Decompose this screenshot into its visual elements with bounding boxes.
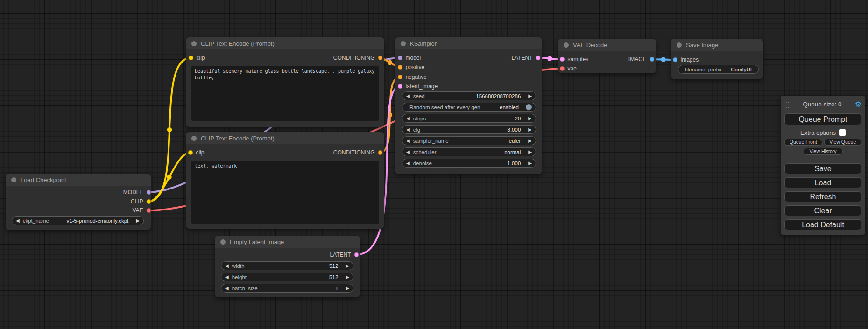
node-load-checkpoint[interactable]: Load CheckpointMODELCLIPVAE◀ckpt_namev1-… [6, 174, 151, 230]
output-port-latent[interactable] [354, 252, 359, 257]
node-title: KSampler [410, 40, 437, 47]
input-port-model[interactable] [398, 56, 402, 60]
widget-label: batch_size [232, 286, 258, 291]
refresh-button[interactable]: Refresh [784, 191, 861, 202]
widget-label: height [232, 274, 247, 280]
collapse-dot[interactable] [401, 41, 406, 46]
widget-scheduler[interactable]: ◀schedulernormal▶ [402, 147, 536, 156]
increment-arrow-icon[interactable]: ▶ [346, 286, 349, 291]
increment-arrow-icon[interactable]: ▶ [528, 150, 532, 154]
decrement-arrow-icon[interactable]: ◀ [406, 94, 410, 98]
input-port-samples[interactable] [560, 57, 565, 62]
node-clip-text-encode-positive[interactable]: CLIP Text Encode (Prompt)clipCONDITIONIN… [186, 37, 384, 127]
widget-value: 512 [329, 274, 338, 280]
decrement-arrow-icon[interactable]: ◀ [406, 150, 410, 154]
node-vae-decode[interactable]: VAE DecodesamplesvaeIMAGE [558, 39, 656, 73]
link-dot-image [661, 57, 665, 62]
collapse-dot[interactable] [220, 239, 226, 245]
slot-label: LATENT [330, 252, 351, 258]
drag-handle-icon[interactable] [784, 101, 790, 108]
widget-seed[interactable]: ◀seed156680208700286▶ [402, 91, 536, 100]
extra-options-checkbox[interactable] [839, 129, 846, 136]
view-queue-button[interactable]: View Queue [824, 139, 862, 146]
output-port-conditioning[interactable] [378, 56, 383, 60]
increment-arrow-icon[interactable]: ▶ [346, 275, 349, 280]
collapse-dot[interactable] [677, 42, 682, 48]
load-default-button[interactable]: Load Default [784, 219, 861, 230]
prompt-textarea[interactable]: beautiful scenery nature glass bottle la… [191, 66, 379, 121]
link-dot-clip-negative [167, 175, 171, 179]
widget-cfg[interactable]: ◀cfg8.000▶ [402, 125, 536, 134]
input-port-vae[interactable] [560, 66, 565, 71]
output-port-clip[interactable] [147, 199, 151, 204]
slot-label: positive [406, 64, 425, 70]
decrement-arrow-icon[interactable]: ◀ [16, 218, 20, 223]
menu-header: Queue size: 0 ⚙ [784, 99, 861, 109]
node-clip-text-encode-negative[interactable]: CLIP Text Encode (Prompt)clipCONDITIONIN… [186, 132, 384, 229]
input-port-clip[interactable] [188, 150, 193, 155]
decrement-arrow-icon[interactable]: ◀ [225, 275, 229, 280]
queue-prompt-button[interactable]: Queue Prompt [784, 113, 861, 125]
decrement-arrow-icon[interactable]: ◀ [406, 139, 410, 143]
slot-label: CONDITIONING [333, 55, 375, 61]
node-title: Save Image [686, 42, 718, 49]
increment-arrow-icon[interactable]: ▶ [528, 116, 532, 121]
output-port-conditioning[interactable] [378, 150, 383, 155]
widget-ckpt_name[interactable]: ◀ckpt_namev1-5-pruned-emaonly.ckpt▶ [12, 216, 144, 225]
widget-width[interactable]: ◀width512▶ [221, 261, 353, 270]
slot-label: LATENT [511, 55, 532, 61]
widget-label: denoise [413, 161, 432, 166]
widget-label: seed [413, 93, 425, 99]
input-port-positive[interactable] [398, 65, 402, 70]
output-port-latent[interactable] [536, 56, 541, 60]
widget-sampler_name[interactable]: ◀sampler_nameeuler▶ [402, 136, 536, 145]
toggle-knob[interactable] [526, 104, 532, 110]
widget-height[interactable]: ◀height512▶ [221, 273, 353, 281]
collapse-dot[interactable] [564, 42, 569, 48]
collapse-dot[interactable] [191, 41, 197, 46]
gear-icon[interactable]: ⚙ [855, 101, 861, 108]
slot-label: IMAGE [628, 56, 647, 63]
widget-random seed after every gen[interactable]: Random seed after every genenabled [402, 103, 536, 112]
increment-arrow-icon[interactable]: ▶ [528, 127, 532, 132]
input-port-negative[interactable] [398, 75, 402, 79]
decrement-arrow-icon[interactable]: ◀ [406, 161, 410, 166]
node-ksampler[interactable]: KSamplermodelpositivenegativelatent_imag… [395, 37, 542, 174]
node-title: CLIP Text Encode (Prompt) [201, 135, 275, 142]
clear-button[interactable]: Clear [784, 205, 861, 216]
decrement-arrow-icon[interactable]: ◀ [225, 264, 229, 268]
queue-front-button[interactable]: Queue Front [784, 139, 822, 146]
input-port-clip[interactable] [189, 56, 193, 60]
widget-value: 8.000 [508, 127, 521, 133]
increment-arrow-icon[interactable]: ▶ [528, 94, 532, 98]
input-port-latent_image[interactable] [398, 84, 402, 89]
prompt-textarea[interactable]: text, watermark [191, 161, 379, 224]
slot-label: MODEL [123, 189, 143, 196]
decrement-arrow-icon[interactable]: ◀ [225, 286, 229, 291]
collapse-dot[interactable] [191, 136, 197, 141]
increment-arrow-icon[interactable]: ▶ [346, 264, 349, 268]
load-button[interactable]: Load [784, 177, 861, 188]
widget-value: 20 [515, 116, 521, 121]
node-empty-latent-image[interactable]: Empty Latent ImageLATENT◀width512▶◀heigh… [215, 236, 360, 297]
widget-steps[interactable]: ◀steps20▶ [402, 114, 536, 123]
input-port-images[interactable] [673, 57, 677, 62]
collapse-dot[interactable] [11, 177, 16, 182]
widget-denoise[interactable]: ◀denoise1.000▶ [402, 159, 536, 168]
widget-filename_prefix[interactable]: filename_prefixComfyUI [678, 65, 759, 74]
increment-arrow-icon[interactable]: ▶ [528, 161, 532, 166]
widget-label: Random seed after every gen [406, 105, 480, 110]
increment-arrow-icon[interactable]: ▶ [528, 139, 532, 143]
output-port-vae[interactable] [147, 208, 151, 213]
increment-arrow-icon[interactable]: ▶ [136, 218, 140, 223]
slot-label: clip [196, 149, 205, 156]
widget-batch_size[interactable]: ◀batch_size1▶ [221, 284, 353, 293]
widget-value: enabled [500, 105, 519, 110]
decrement-arrow-icon[interactable]: ◀ [406, 116, 410, 121]
output-port-image[interactable] [650, 57, 655, 62]
node-save-image[interactable]: Save Imageimagesfilename_prefixComfyUI [671, 39, 763, 79]
decrement-arrow-icon[interactable]: ◀ [406, 127, 410, 132]
output-port-model[interactable] [147, 190, 151, 195]
save-button[interactable]: Save [784, 163, 861, 174]
view-history-button[interactable]: View History [804, 148, 843, 155]
